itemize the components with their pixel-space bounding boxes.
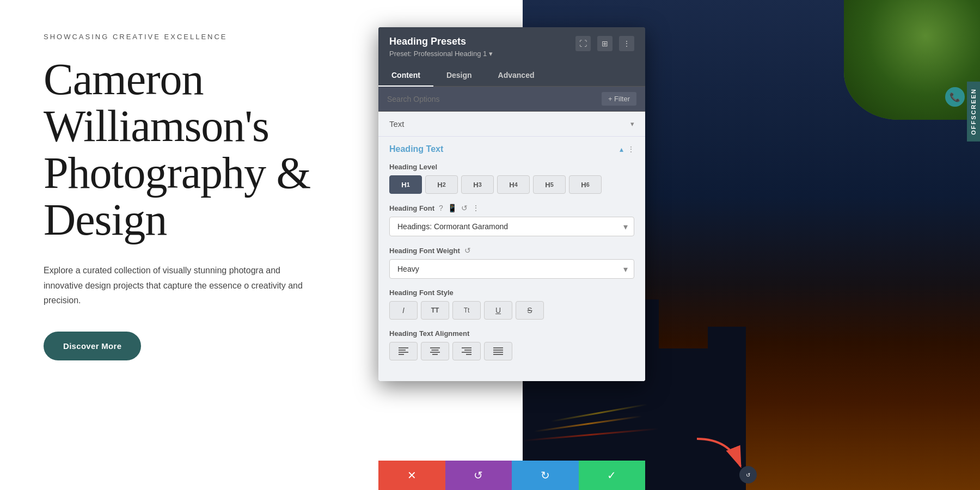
align-center-button[interactable] — [421, 342, 449, 360]
heading-section: Heading Text ▴ ⋮ Heading Level H1 H2 H3 … — [378, 137, 645, 381]
heading-level-h1[interactable]: H1 — [389, 175, 422, 194]
svg-rect-11 — [466, 354, 471, 355]
heading-level-h2[interactable]: H2 — [425, 175, 458, 194]
save-button[interactable]: ✓ — [579, 461, 646, 490]
heading-font-label-row: Heading Font ? 📱 ↺ ⋮ — [389, 204, 634, 212]
description: Explore a curated collection of visually… — [44, 263, 316, 308]
svg-rect-2 — [399, 352, 408, 353]
offscreen-label: Offscreen — [967, 82, 980, 142]
heading-font-weight-label-row: Heading Font Weight ↺ — [389, 246, 634, 255]
cancel-button[interactable]: ✕ — [378, 461, 445, 490]
heading-level-h6[interactable]: H6 — [569, 175, 602, 194]
underline-button[interactable]: U — [484, 301, 512, 320]
heading-font-weight-select[interactable]: Heavy — [389, 259, 634, 279]
align-justify-button[interactable] — [484, 342, 512, 360]
font-style-buttons: I TT Tt U S — [389, 301, 634, 320]
chevron-up-icon[interactable]: ▴ — [620, 145, 623, 154]
heading-text-align-label: Heading Text Alignment — [389, 329, 634, 338]
heading-font-weight-label: Heading Font Weight — [389, 247, 460, 255]
heading-font-label: Heading Font — [389, 204, 434, 212]
svg-rect-9 — [464, 350, 471, 351]
text-section-row[interactable]: Text ▾ — [378, 112, 645, 137]
heading-section-title-row: Heading Text ▴ ⋮ — [389, 144, 634, 154]
panel-tabs: Content Design Advanced — [378, 64, 645, 87]
more-options-icon[interactable]: ⋮ — [619, 36, 634, 51]
svg-rect-1 — [399, 350, 406, 351]
panel-content: Text ▾ Heading Text ▴ ⋮ Heading Level H1… — [378, 112, 645, 381]
weight-reset-icon[interactable]: ↺ — [464, 246, 471, 255]
svg-rect-12 — [493, 347, 503, 348]
panel-preset[interactable]: Preset: Professional Heading 1 ▾ — [389, 50, 493, 58]
capitalize-button[interactable]: Tt — [452, 301, 481, 320]
dropdown-arrow-icon: ▾ — [489, 50, 493, 58]
uppercase-button[interactable]: TT — [421, 301, 449, 320]
heading-font-row: Heading Font ? 📱 ↺ ⋮ Headings: Cormorant… — [389, 204, 634, 236]
panel-title: Heading Presets — [389, 36, 493, 47]
italic-button[interactable]: I — [389, 301, 418, 320]
heading-section-title: Heading Text — [389, 144, 443, 154]
svg-rect-5 — [432, 350, 439, 351]
heading-font-style-row: Heading Font Style I TT Tt U S — [389, 289, 634, 320]
search-bar: + Filter — [378, 87, 645, 112]
heading-font-style-label: Heading Font Style — [389, 289, 634, 297]
svg-rect-3 — [399, 354, 404, 355]
svg-rect-15 — [493, 354, 503, 355]
heading-section-menu-icon[interactable]: ⋮ — [628, 145, 634, 153]
tab-content[interactable]: Content — [378, 64, 433, 86]
arrow-indicator: ↺ — [686, 433, 751, 479]
search-input[interactable] — [387, 95, 602, 103]
tab-advanced[interactable]: Advanced — [485, 64, 548, 86]
fullscreen-icon[interactable]: ⛶ — [575, 36, 591, 51]
align-buttons — [389, 342, 634, 360]
undo-button[interactable]: ↺ — [445, 461, 512, 490]
svg-rect-10 — [462, 352, 471, 353]
action-bar: ✕ ↺ ↻ ✓ — [378, 461, 645, 490]
heading-font-select[interactable]: Headings: Cormorant Garamond — [389, 217, 634, 236]
presets-panel: Heading Presets Preset: Professional Hea… — [378, 27, 645, 381]
heading-section-actions: ▴ ⋮ — [620, 145, 634, 154]
heading-text-align-row: Heading Text Alignment — [389, 329, 634, 360]
heading-font-weight-select-wrapper: Heavy ▾ — [389, 259, 634, 279]
align-right-button[interactable] — [452, 342, 481, 360]
heading-level-h3[interactable]: H3 — [461, 175, 494, 194]
discover-more-button[interactable]: Discover More — [44, 332, 141, 360]
font-more-icon[interactable]: ⋮ — [472, 204, 480, 212]
panel-header-icons: ⛶ ⊞ ⋮ — [575, 36, 634, 51]
chevron-down-icon: ▾ — [630, 120, 634, 128]
heading-level-h4[interactable]: H4 — [497, 175, 530, 194]
columns-icon[interactable]: ⊞ — [597, 36, 612, 51]
svg-rect-14 — [493, 352, 503, 353]
strikethrough-button[interactable]: S — [516, 301, 544, 320]
panel-header: Heading Presets Preset: Professional Hea… — [378, 27, 645, 64]
heading-level-label: Heading Level — [389, 163, 634, 171]
arrow-tip-circle: ↺ — [739, 466, 757, 483]
heading-font-weight-row: Heading Font Weight ↺ Heavy ▾ — [389, 246, 634, 279]
redo-button[interactable]: ↻ — [512, 461, 579, 490]
svg-rect-7 — [432, 354, 438, 355]
svg-rect-13 — [493, 350, 503, 351]
svg-rect-8 — [462, 347, 471, 348]
phone-icon[interactable]: 📞 — [945, 87, 965, 107]
svg-text:↺: ↺ — [746, 472, 750, 478]
svg-rect-0 — [399, 347, 408, 348]
heading-levels: H1 H2 H3 H4 H5 H6 — [389, 175, 634, 194]
heading-font-select-wrapper: Headings: Cormorant Garamond ▾ — [389, 217, 634, 236]
svg-rect-4 — [430, 347, 440, 348]
filter-button[interactable]: + Filter — [602, 92, 636, 106]
reset-icon[interactable]: ↺ — [461, 204, 468, 212]
align-left-button[interactable] — [389, 342, 418, 360]
heading-level-h5[interactable]: H5 — [533, 175, 566, 194]
tab-design[interactable]: Design — [433, 64, 485, 86]
help-icon[interactable]: ? — [439, 204, 443, 212]
mobile-icon[interactable]: 📱 — [448, 204, 457, 212]
svg-rect-6 — [430, 352, 440, 353]
text-section-label: Text — [389, 119, 405, 128]
heading-level-row: Heading Level H1 H2 H3 H4 H5 H6 — [389, 163, 634, 194]
